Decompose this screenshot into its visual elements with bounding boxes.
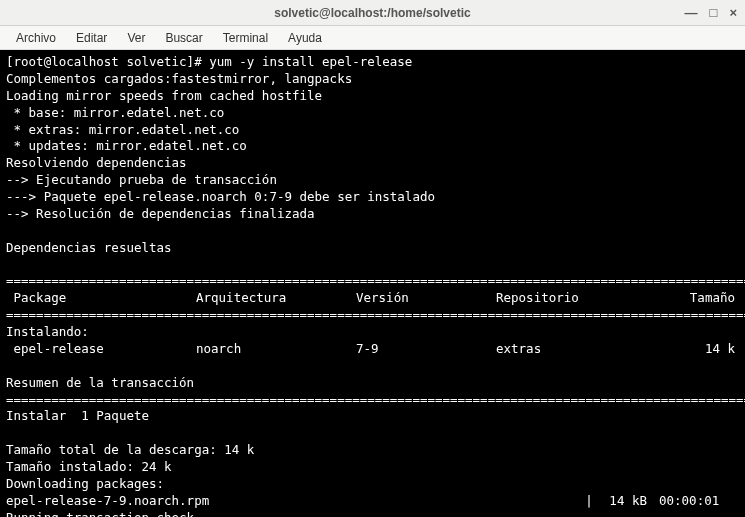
output-line: Dependencias resueltas (6, 240, 172, 255)
cell-repo: extras (496, 341, 636, 358)
download-size: 14 kB (599, 493, 659, 510)
terminal-window: solvetic@localhost:/home/solvetic — □ × … (0, 0, 745, 517)
table-divider: ========================================… (6, 307, 745, 322)
output-line: Tamaño total de la descarga: 14 k (6, 442, 254, 457)
summary-header: Resumen de la transacción (6, 375, 194, 390)
download-row: epel-release-7-9.noarch.rpm|14 kB00:00:0… (6, 493, 739, 510)
prompt: [root@localhost solvetic]# (6, 54, 209, 69)
output-line: Complementos cargados:fastestmirror, lan… (6, 71, 352, 86)
output-line: Loading mirror speeds from cached hostfi… (6, 88, 322, 103)
download-time: 00:00:01 (659, 493, 739, 510)
close-icon[interactable]: × (729, 6, 737, 19)
output-line: --> Ejecutando prueba de transacción (6, 172, 277, 187)
output-line: * base: mirror.edatel.net.co (6, 105, 224, 120)
table-divider: ========================================… (6, 392, 745, 407)
menu-archivo[interactable]: Archivo (8, 28, 64, 48)
output-line: Downloading packages: (6, 476, 164, 491)
col-repo: Repositorio (496, 290, 636, 307)
col-version: Versión (356, 290, 496, 307)
command: yum -y install epel-release (209, 54, 412, 69)
menu-terminal[interactable]: Terminal (215, 28, 276, 48)
cell-version: 7-9 (356, 341, 496, 358)
window-title: solvetic@localhost:/home/solvetic (274, 6, 470, 20)
cell-arch: noarch (196, 341, 356, 358)
col-arch: Arquitectura (196, 290, 356, 307)
installing-label: Instalando: (6, 324, 89, 339)
menu-editar[interactable]: Editar (68, 28, 115, 48)
menu-buscar[interactable]: Buscar (157, 28, 210, 48)
output-line: ---> Paquete epel-release.noarch 0:7-9 d… (6, 189, 435, 204)
output-line: * extras: mirror.edatel.net.co (6, 122, 239, 137)
titlebar: solvetic@localhost:/home/solvetic — □ × (0, 0, 745, 26)
output-line: --> Resolución de dependencias finalizad… (6, 206, 315, 221)
menu-ver[interactable]: Ver (119, 28, 153, 48)
col-package: Package (6, 290, 196, 307)
table-header-row: PackageArquitecturaVersiónRepositorioTam… (6, 290, 739, 307)
output-line: * updates: mirror.edatel.net.co (6, 138, 247, 153)
terminal-output[interactable]: [root@localhost solvetic]# yum -y instal… (0, 50, 745, 517)
download-file: epel-release-7-9.noarch.rpm (6, 493, 579, 510)
cell-size: 14 k (636, 341, 739, 358)
output-line: Tamaño instalado: 24 k (6, 459, 172, 474)
menubar: Archivo Editar Ver Buscar Terminal Ayuda (0, 26, 745, 50)
maximize-icon[interactable]: □ (710, 6, 718, 19)
minimize-icon[interactable]: — (685, 6, 698, 19)
output-line: Resolviendo dependencias (6, 155, 187, 170)
menu-ayuda[interactable]: Ayuda (280, 28, 330, 48)
table-divider: ========================================… (6, 273, 745, 288)
table-row: epel-releasenoarch7-9extras14 k (6, 341, 739, 358)
cell-package: epel-release (6, 341, 196, 358)
output-line: Running transaction check (6, 510, 194, 517)
window-controls: — □ × (685, 0, 737, 25)
col-size: Tamaño (636, 290, 739, 307)
download-bar: | (579, 493, 599, 510)
summary-line: Instalar 1 Paquete (6, 408, 149, 423)
